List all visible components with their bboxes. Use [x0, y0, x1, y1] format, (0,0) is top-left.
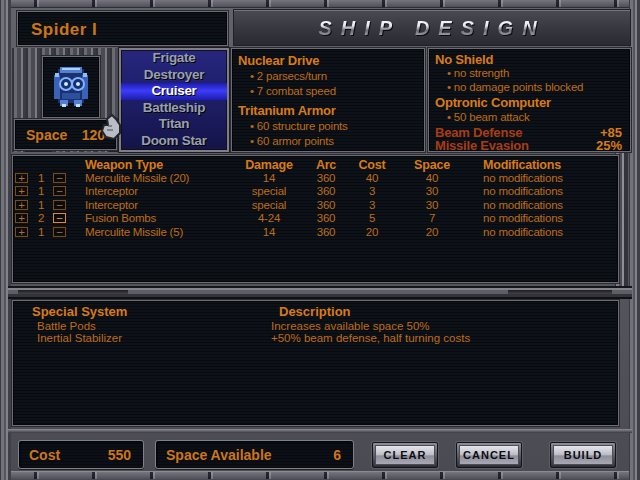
- weapon-space: 30: [402, 199, 462, 211]
- class-item-destroyer[interactable]: Destroyer: [121, 67, 227, 84]
- weapon-count: 1: [31, 172, 51, 184]
- special-description: +50% beam defense, half turning costs: [271, 332, 470, 344]
- defense-panel: No Shield no strength no damage points b…: [428, 48, 631, 152]
- weapon-mods: no modifications: [483, 199, 563, 211]
- panel-divider: [8, 286, 632, 299]
- special-description: Increases available space 50%: [271, 320, 430, 332]
- frame-bottom-edge: [0, 471, 640, 479]
- screen-title: SHIP DESIGN: [234, 17, 630, 40]
- col-cost: Cost: [342, 158, 402, 172]
- weapon-name[interactable]: Merculite Missile (5): [85, 226, 183, 238]
- weapon-mods: no modifications: [483, 212, 563, 224]
- special-name[interactable]: Battle Pods: [37, 320, 96, 332]
- weapon-row: + 1 − Interceptor special 360 3 30 no mo…: [13, 199, 618, 212]
- clear-button-label: CLEAR: [375, 445, 435, 465]
- cancel-button[interactable]: CANCEL: [456, 442, 522, 468]
- class-item-frigate[interactable]: Frigate: [121, 50, 227, 67]
- ship-viewport: [42, 56, 100, 118]
- weapon-space: 40: [402, 172, 462, 184]
- col-description: Description: [279, 304, 351, 319]
- hull-space-label: Space: [26, 127, 67, 143]
- weapon-row: + 1 − Interceptor special 360 3 30 no mo…: [13, 185, 618, 198]
- drive-title: Nuclear Drive: [238, 53, 319, 68]
- hand-cursor: [98, 113, 124, 147]
- cost-value: 550: [108, 447, 131, 463]
- computer-stat: 50 beam attack: [447, 111, 530, 123]
- cost-label: Cost: [29, 447, 60, 463]
- drive-armor-panel: Nuclear Drive 2 parsecs/turn 7 combat sp…: [231, 48, 425, 152]
- weapon-cost: 20: [342, 226, 402, 238]
- armor-title: Tritanium Armor: [238, 103, 336, 118]
- computer-title: Optronic Computer: [435, 95, 551, 110]
- add-weapon-button[interactable]: +: [15, 173, 28, 183]
- weapon-name[interactable]: Fusion Bombs: [85, 212, 156, 224]
- screen-header: SHIP DESIGN: [233, 9, 631, 46]
- weapon-name[interactable]: Interceptor: [85, 199, 138, 211]
- cancel-button-label: CANCEL: [459, 445, 519, 465]
- specials-panel: Special System Description Battle Pods I…: [12, 300, 619, 426]
- frame-left-edge: [0, 0, 11, 480]
- ship-name-box: Spider I: [17, 11, 228, 46]
- remove-weapon-button[interactable]: −: [53, 200, 66, 210]
- weapon-count: 1: [31, 185, 51, 197]
- weapon-cost: 3: [342, 185, 402, 197]
- class-item-doomstar[interactable]: Doom Star: [121, 133, 227, 150]
- special-name[interactable]: Inertial Stabilizer: [37, 332, 122, 344]
- add-weapon-button[interactable]: +: [15, 213, 28, 223]
- armor-stat: 60 structure points: [250, 120, 348, 132]
- class-item-battleship[interactable]: Battleship: [121, 100, 227, 117]
- weapon-space: 20: [402, 226, 462, 238]
- ship-design-screen: Spider I SHIP DESIGN: [0, 0, 640, 480]
- shield-stat: no damage points blocked: [447, 81, 583, 93]
- space-available-value: 6: [333, 447, 341, 463]
- drive-stat: 2 parsecs/turn: [250, 70, 327, 82]
- col-modifications: Modifications: [483, 158, 561, 172]
- weapon-mods: no modifications: [483, 185, 563, 197]
- shield-title: No Shield: [435, 52, 493, 67]
- armor-stat: 60 armor points: [250, 135, 334, 147]
- weapon-mods: no modifications: [483, 226, 563, 238]
- build-button-label: BUILD: [553, 445, 613, 465]
- remove-weapon-button[interactable]: −: [53, 227, 66, 237]
- weapon-space: 30: [402, 185, 462, 197]
- add-weapon-button[interactable]: +: [15, 186, 28, 196]
- space-available-label: Space Available: [166, 447, 272, 463]
- weapon-count: 2: [31, 212, 51, 224]
- col-space: Space: [402, 158, 462, 172]
- class-item-cruiser[interactable]: Cruiser: [121, 83, 227, 100]
- remove-weapon-button[interactable]: −: [53, 186, 66, 196]
- weapon-row: + 2 − Fusion Bombs 4-24 360 5 7 no modif…: [13, 212, 618, 225]
- weapons-panel: Weapon Type Damage Arc Cost Space Modifi…: [12, 155, 619, 283]
- remove-weapon-button[interactable]: −: [53, 173, 66, 183]
- weapon-count: 1: [31, 199, 51, 211]
- shield-stat: no strength: [447, 67, 509, 79]
- ship-class-list: Frigate Destroyer Cruiser Battleship Tit…: [119, 48, 229, 152]
- weapon-mods: no modifications: [483, 172, 563, 184]
- remove-weapon-button[interactable]: −: [53, 213, 66, 223]
- col-special-system: Special System: [32, 304, 127, 319]
- weapon-name[interactable]: Interceptor: [85, 185, 138, 197]
- bottom-rail: [8, 429, 632, 433]
- weapon-cost: 3: [342, 199, 402, 211]
- add-weapon-button[interactable]: +: [15, 200, 28, 210]
- clear-button[interactable]: CLEAR: [372, 442, 438, 468]
- build-button[interactable]: BUILD: [550, 442, 616, 468]
- weapon-row: + 1 − Merculite Missile (20) 14 360 40 4…: [13, 172, 618, 185]
- ship-name: Spider I: [31, 20, 97, 40]
- missile-evasion-label: Missile Evasion: [435, 138, 529, 153]
- weapon-cost: 5: [342, 212, 402, 224]
- cost-display: Cost 550: [18, 440, 144, 469]
- frame-top-edge: [0, 0, 640, 8]
- add-weapon-button[interactable]: +: [15, 227, 28, 237]
- weapon-row: + 1 − Merculite Missile (5) 14 360 20 20…: [13, 226, 618, 239]
- missile-evasion-line: Missile Evasion 25%: [435, 138, 622, 153]
- weapon-space: 7: [402, 212, 462, 224]
- weapon-cost: 40: [342, 172, 402, 184]
- space-available-display: Space Available 6: [155, 440, 354, 469]
- ship-sprite: [43, 57, 99, 117]
- col-weapon-type: Weapon Type: [85, 158, 163, 172]
- class-item-titan[interactable]: Titan: [121, 116, 227, 133]
- drive-stat: 7 combat speed: [250, 85, 336, 97]
- weapon-name[interactable]: Merculite Missile (20): [85, 172, 189, 184]
- weapon-count: 1: [31, 226, 51, 238]
